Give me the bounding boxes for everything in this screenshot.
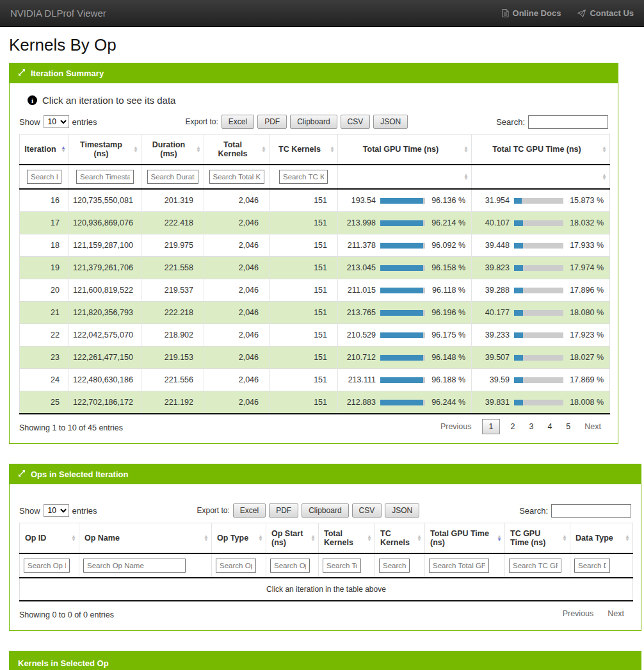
tc-gpu-time-bar <box>514 355 563 361</box>
gpu-time-bar <box>380 243 425 249</box>
column-header-total-kernels[interactable]: Total Kernels▲▼ <box>319 523 375 554</box>
column-search-tc-kernels[interactable] <box>279 170 328 184</box>
column-search-total-gpu-time[interactable] <box>429 559 489 573</box>
gpu-time-bar <box>380 310 425 316</box>
column-header-tc-gpu-time[interactable]: TC GPU Time (ns)▲▼ <box>505 523 570 554</box>
ops-panel: Ops in Selected Iteration Show 10 entrie… <box>9 464 641 631</box>
column-header-total-tc-gpu-time[interactable]: Total TC GPU Time (ns) ▲▼ <box>472 135 610 165</box>
total-gpu-time-sort-cell[interactable]: ▲▼ <box>338 165 472 189</box>
column-header-op-id[interactable]: Op ID▲▼ <box>20 523 79 554</box>
table-search: Search: <box>496 115 608 129</box>
export-pdf-button[interactable]: PDF <box>269 503 298 518</box>
page-button-2[interactable]: 2 <box>503 419 522 434</box>
total-kernels-cell: 2,046 <box>204 302 270 324</box>
export-pdf-button[interactable]: PDF <box>257 115 287 129</box>
table-row[interactable]: 17 120,936,869,076 222.418 2,046 151 213… <box>20 212 610 234</box>
table-row[interactable]: 21 121,820,356,793 222.218 2,046 151 213… <box>20 302 610 324</box>
column-search-tc-gpu-time[interactable] <box>509 559 561 573</box>
total-kernels-cell: 2,046 <box>204 324 270 347</box>
gpu-time-bar <box>380 288 425 293</box>
table-row[interactable]: 16 120,735,550,081 201.319 2,046 151 193… <box>20 189 610 212</box>
page-button-4[interactable]: 4 <box>540 419 559 434</box>
page-button-3[interactable]: 3 <box>522 419 540 434</box>
column-search-op-name[interactable] <box>83 559 186 573</box>
total-tc-gpu-time-sort-cell[interactable]: ▲▼ <box>472 165 610 189</box>
contact-us-link[interactable]: Contact Us <box>577 8 634 18</box>
search-input[interactable] <box>528 115 608 129</box>
iteration-cell: 24 <box>20 369 69 391</box>
kernels-panel-header[interactable]: Kernels in Selected Op <box>10 651 641 670</box>
column-search-op-type[interactable] <box>216 559 256 573</box>
total-gpu-time-cell: 213.111 96.188 % <box>338 369 472 391</box>
column-search-total-kernels[interactable] <box>323 559 361 573</box>
pagination: Previous 1 2 3 4 5 Next <box>433 415 608 434</box>
column-header-op-start[interactable]: Op Start (ns)▲▼ <box>266 523 319 554</box>
tc-gpu-time-bar <box>514 198 563 204</box>
table-search: Search: <box>519 504 631 518</box>
online-docs-link[interactable]: Online Docs <box>502 8 561 18</box>
column-header-op-type[interactable]: Op Type▲▼ <box>212 523 266 554</box>
column-header-iteration[interactable]: Iteration ▲▼ <box>20 135 69 165</box>
column-header-total-gpu-time[interactable]: Total GPU Time (ns) ▲▼ <box>338 135 472 165</box>
next-page-button[interactable]: Next <box>600 606 631 621</box>
column-header-op-name[interactable]: Op Name▲▼ <box>79 523 212 554</box>
table-row[interactable]: 18 121,159,287,100 219.975 2,046 151 211… <box>20 234 610 257</box>
total-gpu-time-cell: 213.765 96.196 % <box>338 302 472 324</box>
table-row[interactable]: 20 121,600,819,522 219.537 2,046 151 211… <box>20 279 610 302</box>
next-page-button[interactable]: Next <box>577 419 608 434</box>
column-search-timestamp[interactable] <box>76 170 134 184</box>
export-excel-button[interactable]: Excel <box>233 503 266 518</box>
column-header-total-kernels[interactable]: Total Kernels ▲▼ <box>204 135 270 165</box>
total-tc-gpu-time-cell: 40.107 18.032 % <box>472 212 610 234</box>
column-header-tc-kernels[interactable]: TC Kernels▲▼ <box>375 523 425 554</box>
column-header-data-type[interactable]: Data Type▲▼ <box>570 523 633 554</box>
document-icon <box>502 9 509 17</box>
export-json-button[interactable]: JSON <box>373 115 408 129</box>
gpu-time-bar <box>380 198 425 204</box>
export-clipboard-button[interactable]: Clipboard <box>290 115 337 129</box>
total-kernels-cell: 2,046 <box>204 279 270 302</box>
export-json-button[interactable]: JSON <box>385 503 419 518</box>
gpu-time-bar <box>380 332 425 338</box>
export-csv-button[interactable]: CSV <box>341 115 371 129</box>
column-search-total-kernels[interactable] <box>209 170 264 184</box>
column-header-duration[interactable]: Duration (ms) ▲▼ <box>141 135 204 165</box>
iteration-cell: 16 <box>20 189 69 212</box>
column-header-total-gpu-time[interactable]: Total GPU Time (ns)▲▼ <box>425 523 505 554</box>
export-csv-button[interactable]: CSV <box>352 503 382 518</box>
tc-gpu-time-bar <box>514 400 563 405</box>
export-excel-button[interactable]: Excel <box>221 115 254 129</box>
page-button-1[interactable]: 1 <box>482 419 501 434</box>
tc-kernels-cell: 151 <box>270 189 338 212</box>
previous-page-button[interactable]: Previous <box>433 419 479 434</box>
total-gpu-time-cell: 211.378 96.092 % <box>338 234 472 257</box>
table-row[interactable]: 25 122,702,186,172 221.192 2,046 151 212… <box>20 391 610 414</box>
table-row[interactable]: 19 121,379,261,706 221.558 2,046 151 213… <box>20 257 610 279</box>
ops-panel-header[interactable]: Ops in Selected Iteration <box>10 464 641 484</box>
column-header-timestamp[interactable]: Timestamp (ns) ▲▼ <box>69 135 141 165</box>
table-row[interactable]: 23 122,261,477,150 219.153 2,046 151 210… <box>20 347 610 369</box>
previous-page-button[interactable]: Previous <box>556 606 601 621</box>
sort-icon: ▲▼ <box>258 535 263 541</box>
iteration-summary-panel-header[interactable]: Iteration Summary <box>10 63 618 83</box>
page-length-select[interactable]: 10 <box>44 504 69 517</box>
search-input[interactable] <box>551 504 631 518</box>
total-kernels-cell: 2,046 <box>204 257 270 279</box>
table-row[interactable]: 24 122,480,630,186 221.556 2,046 151 213… <box>20 369 610 391</box>
export-clipboard-button[interactable]: Clipboard <box>302 503 348 518</box>
column-search-tc-kernels[interactable] <box>379 559 410 573</box>
column-search-duration[interactable] <box>147 170 198 184</box>
page-button-5[interactable]: 5 <box>559 419 577 434</box>
sort-icon: ▲▼ <box>133 146 138 152</box>
column-search-op-start[interactable] <box>270 559 310 573</box>
table-row[interactable]: 22 122,042,575,070 218.902 2,046 151 210… <box>20 324 610 347</box>
column-header-tc-kernels[interactable]: TC Kernels ▲▼ <box>270 135 338 165</box>
page-length-select[interactable]: 10 <box>44 115 69 128</box>
total-tc-gpu-time-cell: 39.288 17.896 % <box>472 279 610 302</box>
column-search-op-id[interactable] <box>24 559 70 573</box>
duration-cell: 221.192 <box>141 391 204 414</box>
column-search-data-type[interactable] <box>574 559 610 573</box>
iteration-cell: 19 <box>20 257 69 279</box>
column-search-iteration[interactable] <box>27 170 61 184</box>
sort-icon: ▲▼ <box>261 146 266 152</box>
